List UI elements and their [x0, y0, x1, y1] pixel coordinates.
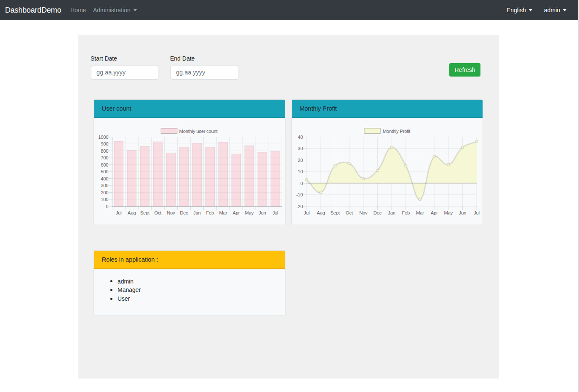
svg-text:Jul: Jul	[116, 210, 122, 215]
svg-text:20: 20	[298, 158, 303, 163]
svg-text:-20: -20	[296, 204, 303, 209]
svg-text:Mar: Mar	[219, 210, 227, 215]
svg-text:May: May	[444, 210, 453, 215]
svg-text:Jul: Jul	[304, 210, 310, 215]
svg-text:400: 400	[101, 176, 108, 181]
svg-text:100: 100	[101, 197, 108, 202]
svg-text:Jan: Jan	[193, 210, 200, 215]
svg-text:Monthly user count: Monthly user count	[179, 129, 218, 134]
svg-text:Monthly Profit: Monthly Profit	[383, 129, 411, 134]
svg-text:Jun: Jun	[259, 210, 266, 215]
svg-text:Aug: Aug	[317, 210, 325, 215]
svg-text:Oct: Oct	[154, 210, 162, 215]
svg-text:Apr: Apr	[232, 210, 240, 215]
svg-text:Jul: Jul	[272, 210, 278, 215]
svg-text:800: 800	[101, 148, 108, 154]
svg-text:Sept: Sept	[330, 210, 340, 215]
svg-text:600: 600	[101, 162, 108, 167]
svg-text:40: 40	[298, 135, 303, 140]
svg-text:Nov: Nov	[359, 210, 368, 215]
svg-text:0: 0	[106, 204, 108, 209]
svg-text:300: 300	[101, 183, 108, 188]
svg-text:Feb: Feb	[206, 210, 214, 215]
svg-text:500: 500	[101, 169, 108, 174]
svg-text:700: 700	[101, 155, 108, 160]
svg-text:Dec: Dec	[374, 210, 382, 215]
svg-text:900: 900	[101, 141, 108, 146]
svg-text:Feb: Feb	[402, 210, 410, 215]
svg-text:Oct: Oct	[346, 210, 353, 215]
svg-text:May: May	[245, 210, 254, 215]
svg-text:0: 0	[300, 181, 303, 186]
svg-text:Sept: Sept	[140, 210, 150, 215]
svg-text:1000: 1000	[98, 135, 108, 140]
svg-text:30: 30	[298, 146, 303, 151]
svg-text:Mar: Mar	[416, 210, 424, 215]
svg-text:200: 200	[101, 190, 108, 195]
svg-text:Apr: Apr	[431, 210, 438, 215]
svg-text:Dec: Dec	[180, 210, 188, 215]
svg-text:10: 10	[298, 169, 303, 174]
svg-text:Jun: Jun	[459, 210, 466, 215]
svg-text:Nov: Nov	[167, 210, 175, 215]
svg-text:Jan: Jan	[388, 210, 395, 215]
svg-text:-10: -10	[296, 192, 303, 197]
svg-text:Jul: Jul	[474, 210, 480, 215]
svg-text:Aug: Aug	[128, 210, 136, 215]
